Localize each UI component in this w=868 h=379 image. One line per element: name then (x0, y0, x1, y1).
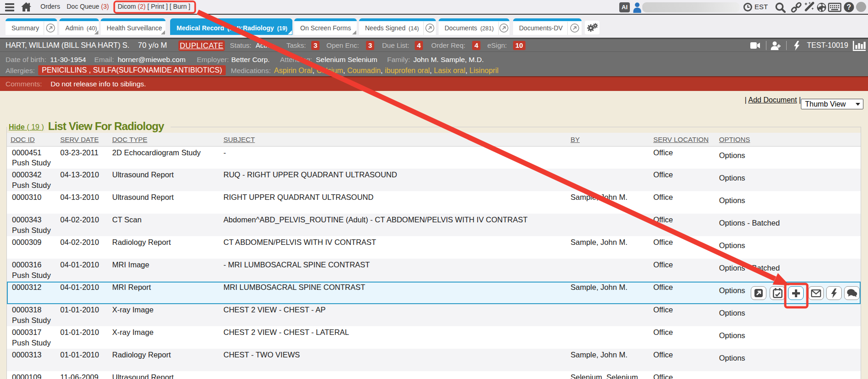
svg-text:?: ? (847, 3, 851, 11)
